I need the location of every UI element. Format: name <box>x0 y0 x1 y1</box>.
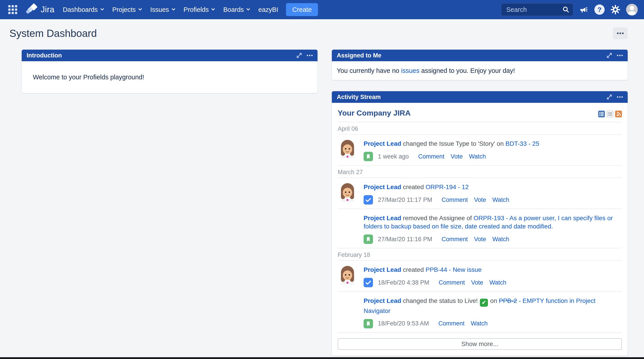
feedback-megaphone-icon[interactable] <box>579 5 588 14</box>
full-view-icon[interactable] <box>598 111 605 117</box>
chevron-down-icon <box>100 6 105 14</box>
chevron-down-icon <box>246 6 251 14</box>
question-mark-glyph: ? <box>594 4 605 15</box>
introduction-gadget-header[interactable]: Introduction <box>22 50 318 61</box>
nav-right-tools: ? <box>501 3 638 16</box>
chevron-down-icon <box>211 6 216 14</box>
issues-link[interactable]: issues <box>401 67 420 74</box>
watch-link[interactable]: Watch <box>471 320 488 327</box>
nav-boards[interactable]: Boards <box>219 3 254 16</box>
search-icon[interactable] <box>562 6 570 14</box>
gadget-title: Assigned to Me <box>337 52 382 59</box>
activity-text: Project Lead created ORPR-194 - 12 <box>364 182 622 191</box>
expand-gadget-icon[interactable] <box>606 52 613 59</box>
jira-logo-icon <box>26 3 38 16</box>
avatar-slot <box>338 182 364 204</box>
help-icon[interactable]: ? <box>594 4 605 15</box>
timestamp: 27/Mar/20 11:16 PM <box>378 236 432 243</box>
user-avatar[interactable] <box>626 4 638 16</box>
issue-link[interactable]: ORPR-194 - 12 <box>426 184 469 190</box>
project-lead-avatar[interactable] <box>338 138 357 158</box>
avatar-slot <box>338 265 364 287</box>
dashboard-more-actions-button[interactable] <box>613 28 628 39</box>
window-bottom-edge <box>0 357 644 359</box>
user-link[interactable]: Project Lead <box>364 140 401 147</box>
issue-link[interactable]: PPB-44 - New issue <box>426 266 482 273</box>
story-type-icon <box>364 319 373 328</box>
activity-meta: 1 week ago Comment Vote Watch <box>364 152 622 161</box>
user-link[interactable]: Project Lead <box>364 297 401 304</box>
comment-link[interactable]: Comment <box>438 320 464 327</box>
jira-logo[interactable]: Jira <box>26 3 54 16</box>
chevron-down-icon <box>138 6 143 14</box>
assigned-to-me-body: You currently have no issues assigned to… <box>332 61 628 80</box>
list-view-icon[interactable] <box>607 111 613 117</box>
activity-text: Project Lead changed the status to Live!… <box>364 296 622 315</box>
nav-eazybi[interactable]: eazyBI <box>254 3 282 16</box>
nav-issues[interactable]: Issues <box>146 3 180 16</box>
nav-eazybi-label: eazyBI <box>258 6 278 14</box>
activity-group: April 06 Project Lead changed the Issue … <box>338 122 622 166</box>
activity-item: Project Lead changed the Issue Type to '… <box>338 134 622 166</box>
create-button[interactable]: Create <box>286 3 318 16</box>
company-heading: Your Company JIRA <box>338 109 410 117</box>
settings-gear-icon[interactable] <box>610 5 620 14</box>
date-heading: March 27 <box>338 166 622 178</box>
nav-issues-label: Issues <box>150 6 169 14</box>
activity-item: Project Lead created ORPR-194 - 12 27/Ma… <box>338 178 622 209</box>
show-more-button[interactable]: Show more... <box>338 338 622 350</box>
gadget-title: Activity Stream <box>337 94 381 100</box>
expand-gadget-icon[interactable] <box>606 94 613 100</box>
nav-dashboards[interactable]: Dashboards <box>59 3 108 16</box>
vote-link[interactable]: Vote <box>474 236 486 243</box>
activity-stream-body: Your Company JIRA <box>332 103 628 356</box>
comment-link[interactable]: Comment <box>439 279 465 286</box>
timestamp: 18/Feb/20 9:53 AM <box>378 320 429 327</box>
activity-stream-gadget-header[interactable]: Activity Stream <box>332 91 628 103</box>
user-link[interactable]: Project Lead <box>364 266 401 273</box>
nav-projects-label: Projects <box>112 6 136 14</box>
watch-link[interactable]: Watch <box>492 196 510 204</box>
top-navigation-bar: Jira Dashboards Projects Issues Profield… <box>0 0 644 19</box>
introduction-gadget: Introduction Welcome to your Profields p… <box>22 50 318 93</box>
gadget-menu-icon[interactable] <box>616 94 623 100</box>
comment-link[interactable]: Comment <box>442 236 468 243</box>
rss-feed-icon[interactable] <box>615 111 622 117</box>
search-input[interactable] <box>506 6 562 14</box>
comment-link[interactable]: Comment <box>418 153 444 160</box>
watch-link[interactable]: Watch <box>490 279 506 286</box>
nav-profields[interactable]: Profields <box>180 3 220 16</box>
activity-group: March 27 Project Lead created ORPR-194 -… <box>338 166 622 248</box>
expand-gadget-icon[interactable] <box>296 52 303 59</box>
gadget-title: Introduction <box>26 52 62 59</box>
assigned-to-me-gadget: Assigned to Me You currently have no iss… <box>332 50 628 80</box>
vote-link[interactable]: Vote <box>474 196 486 204</box>
activity-item: Project Lead created PPB-44 - New issue … <box>338 261 622 292</box>
brand-name: Jira <box>41 5 54 14</box>
jira-system-dashboard: Jira Dashboards Projects Issues Profield… <box>0 0 644 359</box>
resolved-issue-key: PPB-2 <box>499 297 517 304</box>
timestamp: 18/Feb/20 4:38 PM <box>378 279 429 286</box>
nav-projects[interactable]: Projects <box>108 3 146 16</box>
assigned-message: You currently have no issues assigned to… <box>337 67 515 74</box>
avatar-slot <box>338 296 364 328</box>
vote-link[interactable]: Vote <box>471 279 483 286</box>
nav-boards-label: Boards <box>223 6 244 14</box>
project-lead-avatar[interactable] <box>338 265 357 284</box>
activity-meta: 27/Mar/20 11:16 PM Comment Vote Watch <box>364 234 622 244</box>
watch-link[interactable]: Watch <box>469 153 486 160</box>
activity-item: Project Lead removed the Assignee of ORP… <box>338 209 622 248</box>
assigned-to-me-gadget-header[interactable]: Assigned to Me <box>332 50 628 61</box>
project-lead-avatar[interactable] <box>338 182 357 202</box>
gadget-menu-icon[interactable] <box>306 52 313 59</box>
issue-link[interactable]: BDT-33 - 25 <box>505 140 539 147</box>
story-type-icon <box>364 152 373 161</box>
app-switcher-icon[interactable] <box>8 4 18 15</box>
user-link[interactable]: Project Lead <box>364 184 401 190</box>
gadget-menu-icon[interactable] <box>616 52 623 59</box>
vote-link[interactable]: Vote <box>450 153 463 160</box>
user-link[interactable]: Project Lead <box>364 214 401 222</box>
comment-link[interactable]: Comment <box>442 196 468 204</box>
white-check-mark-emoji: ✔ <box>480 299 488 307</box>
watch-link[interactable]: Watch <box>492 236 510 243</box>
